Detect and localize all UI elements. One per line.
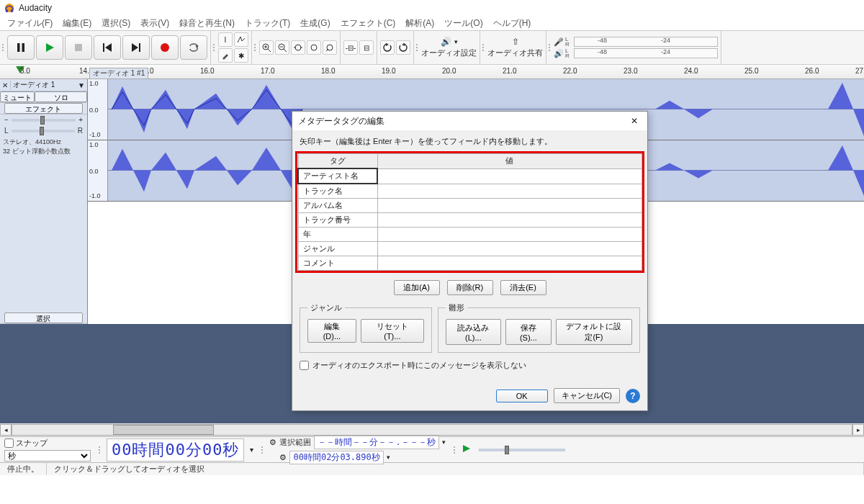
zoom-out-icon[interactable] (275, 40, 289, 55)
scroll-left-icon[interactable]: ◂ (0, 424, 12, 436)
menu-file[interactable]: ファイル(F) (3, 16, 57, 31)
track-name[interactable]: オーディオ 1 (11, 79, 76, 91)
table-row: トラック番号 (298, 213, 642, 228)
menu-edit[interactable]: 編集(E) (58, 16, 96, 31)
grip[interactable] (451, 446, 456, 454)
genre-fieldset: ジャンル 編集(D)... リセット(T)... (300, 302, 432, 353)
help-icon[interactable]: ? (626, 389, 640, 403)
multi-tool-icon[interactable]: ✱ (234, 48, 248, 63)
metadata-table[interactable]: タグ値 アーティスト名 トラック名 アルバム名 トラック番号 年 ジャンル コメ… (297, 153, 642, 271)
menu-select[interactable]: 選択(S) (97, 16, 135, 31)
playback-meter[interactable]: -48 -24 (574, 48, 718, 58)
pause-button[interactable] (7, 35, 35, 60)
svg-marker-26 (386, 43, 389, 46)
play-button[interactable] (36, 35, 63, 60)
selection-start[interactable]: －－時間－－分－－.－－－秒 (314, 436, 438, 449)
track-menu-icon[interactable]: ▼ (76, 81, 87, 90)
gain-slider[interactable]: −+ (0, 114, 87, 125)
gear-icon[interactable]: ⚙ (269, 438, 276, 447)
svg-marker-10 (132, 43, 138, 52)
status-text: 停止中。 (0, 463, 47, 475)
mic-icon: 🎤 (554, 37, 564, 47)
horizontal-scrollbar[interactable]: ◂ ▸ (0, 423, 864, 436)
menu-transport[interactable]: 録音と再生(N) (175, 16, 239, 31)
clip-name[interactable]: オーディオ 1 #1 (89, 68, 148, 79)
redo-icon[interactable] (396, 40, 410, 55)
menu-analyze[interactable]: 解析(A) (401, 16, 438, 31)
remove-button[interactable]: 削除(R) (447, 280, 493, 295)
save-button[interactable]: 保存(S)... (505, 319, 552, 345)
svg-rect-3 (17, 43, 20, 52)
skip-end-button[interactable] (122, 35, 150, 60)
grip[interactable] (96, 446, 101, 454)
menu-tools[interactable]: ツール(O) (440, 16, 487, 31)
selection-end[interactable]: 00時間02分03.890秒 (289, 451, 383, 464)
load-button[interactable]: 読み込み(L)... (446, 319, 501, 345)
snap-unit-select[interactable]: 秒 (4, 450, 91, 462)
close-icon[interactable]: ✕ (627, 114, 642, 128)
menu-effect[interactable]: エフェクト(C) (336, 16, 400, 31)
svg-point-23 (311, 45, 317, 50)
edit-group: -⊟- ⊟ (341, 31, 377, 64)
dialog-hint: 矢印キー（編集後は Enter キー）を使ってフィールド内を移動します。 (300, 136, 640, 147)
set-default-button[interactable]: デフォルトに設定(F) (556, 319, 632, 345)
snap-checkbox[interactable]: スナップ (4, 438, 91, 449)
fit-project-icon[interactable] (307, 40, 321, 55)
stop-button[interactable] (65, 35, 92, 60)
speaker-small-icon: 🔊 (554, 49, 564, 58)
grip[interactable] (259, 446, 264, 454)
svg-marker-5 (46, 43, 54, 52)
zoom-toggle-icon[interactable] (323, 40, 337, 55)
audio-share-label[interactable]: オーディオ共有 (487, 48, 543, 58)
effect-button[interactable]: エフェクト (4, 103, 83, 114)
transport-group (4, 31, 211, 64)
pan-slider[interactable]: LR (0, 125, 87, 136)
track-format-info: ステレオ、44100Hz32 ビット浮動小数点数 (0, 136, 87, 158)
draw-tool-icon[interactable] (218, 48, 233, 63)
time-display[interactable]: 00時間00分00秒 (107, 438, 244, 462)
record-meter[interactable]: -48 -24 (574, 37, 718, 47)
undo-icon[interactable] (380, 40, 395, 55)
clear-button[interactable]: 消去(E) (500, 280, 546, 295)
gear-icon[interactable]: ⚙ (279, 453, 287, 462)
record-button[interactable] (151, 35, 179, 60)
menu-view[interactable]: 表示(V) (136, 16, 174, 31)
ok-button[interactable]: OK (496, 390, 548, 402)
playback-speed-slider[interactable] (479, 449, 565, 451)
add-button[interactable]: 追加(A) (394, 280, 440, 295)
menu-help[interactable]: ヘルプ(H) (489, 16, 536, 31)
scroll-thumb[interactable] (113, 425, 214, 435)
play-at-speed-icon[interactable] (462, 444, 472, 456)
skip-start-button[interactable] (94, 35, 121, 60)
menu-bar: ファイル(F) 編集(E) 選択(S) 表示(V) 録音と再生(N) トラック(… (0, 16, 864, 30)
edit-genre-button[interactable]: 編集(D)... (307, 319, 356, 343)
menu-tracks[interactable]: トラック(T) (240, 16, 294, 31)
dialog-title: メタデータタグの編集 (298, 115, 384, 127)
scroll-right-icon[interactable]: ▸ (852, 424, 864, 436)
selection-tool-icon[interactable]: I (218, 32, 233, 47)
trim-icon[interactable]: -⊟- (343, 40, 358, 55)
table-row: 年 (298, 228, 642, 242)
audio-settings-label[interactable]: オーディオ設定 (421, 48, 477, 58)
audio-settings-group: 🔊▾ オーディオ設定 (418, 31, 480, 64)
loop-button[interactable] (180, 35, 207, 60)
mute-button[interactable]: ミュート (0, 91, 35, 102)
cancel-button[interactable]: キャンセル(C) (554, 388, 620, 403)
fit-selection-icon[interactable] (291, 40, 305, 55)
menu-generate[interactable]: 生成(G) (296, 16, 334, 31)
svg-rect-4 (22, 43, 25, 52)
close-track-icon[interactable]: ✕ (0, 81, 11, 90)
zoom-in-icon[interactable] (259, 40, 274, 55)
envelope-tool-icon[interactable] (234, 32, 248, 47)
share-icon: ⇧ (512, 37, 519, 47)
reset-genre-button[interactable]: リセット(T)... (361, 319, 424, 343)
svg-point-11 (161, 43, 169, 52)
select-button[interactable]: 選択 (4, 312, 83, 323)
silence-icon[interactable]: ⊟ (359, 40, 374, 55)
dont-show-checkbox[interactable]: オーディオのエクスポート時にこのメッセージを表示しない (300, 360, 640, 371)
table-row: トラック名 (298, 184, 642, 199)
svg-rect-9 (139, 43, 140, 52)
solo-button[interactable]: ソロ (35, 91, 87, 102)
svg-marker-30 (463, 445, 470, 452)
selection-label: 選択範囲 (279, 437, 311, 448)
